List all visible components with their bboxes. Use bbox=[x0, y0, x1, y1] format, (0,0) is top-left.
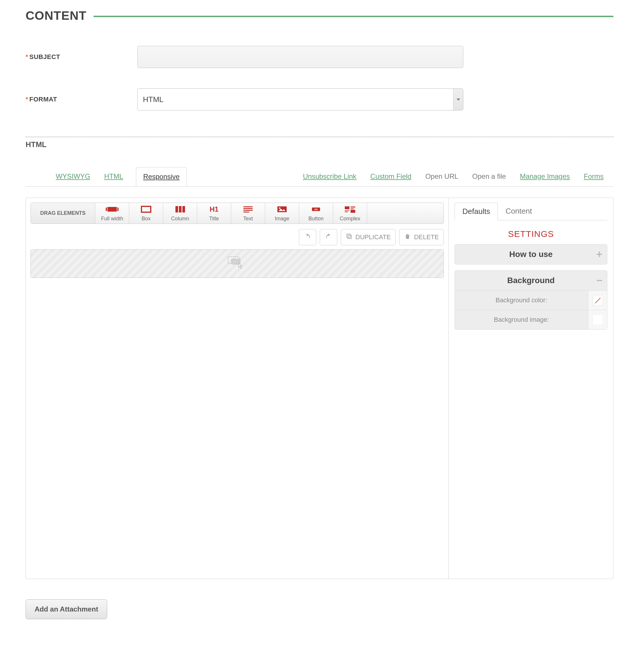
tool-label-text: Box bbox=[141, 216, 151, 222]
redo-button[interactable] bbox=[320, 229, 337, 245]
full-width-icon bbox=[106, 205, 119, 214]
delete-button[interactable]: DELETE bbox=[399, 229, 444, 245]
tab-html[interactable]: HTML bbox=[103, 167, 124, 186]
bg-color-label: Background color: bbox=[455, 291, 588, 310]
svg-text:OK: OK bbox=[314, 208, 318, 211]
complex-icon bbox=[344, 205, 356, 214]
format-label: *FORMAT bbox=[26, 96, 137, 103]
accordion-title: How to use bbox=[509, 250, 552, 259]
plus-icon: + bbox=[596, 252, 603, 257]
svg-rect-9 bbox=[244, 208, 253, 209]
svg-rect-12 bbox=[277, 207, 287, 212]
box-icon bbox=[140, 205, 153, 214]
trash-icon bbox=[404, 233, 411, 242]
svg-rect-11 bbox=[244, 212, 249, 213]
svg-rect-1 bbox=[106, 208, 107, 211]
svg-rect-17 bbox=[345, 207, 349, 209]
svg-rect-21 bbox=[345, 211, 349, 211]
svg-rect-6 bbox=[183, 206, 185, 213]
svg-rect-27 bbox=[232, 259, 240, 264]
side-tab-defaults[interactable]: Defaults bbox=[455, 202, 498, 220]
minus-icon: − bbox=[596, 278, 603, 283]
delete-label: DELETE bbox=[414, 233, 439, 241]
link-custom-field[interactable]: Custom Field bbox=[369, 167, 412, 186]
svg-rect-19 bbox=[350, 208, 355, 208]
svg-rect-4 bbox=[175, 206, 178, 213]
svg-rect-22 bbox=[345, 212, 348, 212]
button-icon: OK bbox=[310, 205, 323, 214]
svg-rect-8 bbox=[244, 207, 253, 207]
tool-button[interactable]: OK Button bbox=[299, 203, 333, 224]
svg-rect-25 bbox=[347, 234, 350, 238]
duplicate-label: DUPLICATE bbox=[356, 233, 391, 241]
settings-title: SETTINGS bbox=[455, 229, 607, 239]
svg-rect-23 bbox=[350, 210, 355, 213]
tool-label-text: Complex bbox=[340, 216, 360, 222]
tab-responsive[interactable]: Responsive bbox=[136, 167, 187, 186]
subject-label: *SUBJECT bbox=[26, 53, 137, 61]
html-subsection-title: HTML bbox=[26, 140, 613, 149]
svg-text:H1: H1 bbox=[210, 205, 219, 213]
svg-rect-24 bbox=[348, 235, 352, 239]
chevron-down-icon bbox=[453, 89, 463, 110]
svg-point-14 bbox=[279, 208, 281, 209]
link-open-file[interactable]: Open a file bbox=[471, 167, 507, 186]
accordion-title: Background bbox=[507, 276, 555, 285]
link-unsubscribe[interactable]: Unsubscribe Link bbox=[302, 167, 358, 186]
required-marker: * bbox=[26, 96, 28, 103]
heading-icon: H1 bbox=[208, 205, 220, 214]
text-icon bbox=[241, 205, 254, 214]
no-color-icon bbox=[593, 295, 603, 305]
tool-image[interactable]: Image bbox=[265, 203, 299, 224]
tool-text[interactable]: Text bbox=[231, 203, 265, 224]
format-select[interactable]: HTML bbox=[137, 88, 463, 110]
tool-label-text: Full width bbox=[101, 216, 123, 222]
tool-column[interactable]: Column bbox=[163, 203, 197, 224]
svg-rect-2 bbox=[118, 208, 119, 211]
dotted-separator bbox=[26, 137, 613, 137]
tool-complex[interactable]: Complex bbox=[333, 203, 367, 224]
undo-button[interactable] bbox=[299, 229, 316, 245]
redo-icon bbox=[325, 233, 332, 242]
required-marker: * bbox=[26, 53, 28, 60]
svg-rect-3 bbox=[141, 207, 151, 212]
subject-input[interactable] bbox=[137, 46, 463, 68]
accordion-background: Background − Background color: Backgroun… bbox=[455, 270, 607, 330]
tool-label-text: Image bbox=[275, 216, 289, 222]
undo-icon bbox=[304, 233, 311, 242]
tool-label-text: Text bbox=[243, 216, 253, 222]
toolbar-label: DRAG ELEMENTS bbox=[31, 203, 95, 224]
format-value: HTML bbox=[143, 95, 163, 104]
accordion-header-background[interactable]: Background − bbox=[455, 271, 607, 290]
tool-label-text: Title bbox=[209, 216, 219, 222]
duplicate-button[interactable]: DUPLICATE bbox=[341, 229, 396, 245]
drop-here-icon bbox=[226, 255, 249, 272]
column-icon bbox=[174, 205, 186, 214]
tool-label-text: Column bbox=[171, 216, 189, 222]
bg-image-swatch[interactable] bbox=[588, 310, 607, 329]
side-tab-content[interactable]: Content bbox=[498, 202, 540, 220]
duplicate-icon bbox=[346, 233, 353, 242]
add-attachment-button[interactable]: Add an Attachment bbox=[26, 599, 107, 619]
bg-image-label: Background image: bbox=[455, 310, 588, 329]
svg-rect-20 bbox=[350, 209, 354, 209]
tool-box[interactable]: Box bbox=[129, 203, 163, 224]
link-open-url[interactable]: Open URL bbox=[424, 167, 459, 186]
tool-title[interactable]: H1 Title bbox=[197, 203, 231, 224]
link-forms[interactable]: Forms bbox=[583, 167, 605, 186]
tool-full-width[interactable]: Full width bbox=[95, 203, 129, 224]
drag-elements-toolbar: DRAG ELEMENTS Full width Box bbox=[31, 202, 444, 224]
empty-image-icon bbox=[593, 315, 603, 325]
tab-wysiwyg[interactable]: WYSIWYG bbox=[54, 167, 92, 186]
bg-color-swatch[interactable] bbox=[588, 291, 607, 310]
image-icon bbox=[276, 205, 289, 214]
svg-rect-5 bbox=[179, 206, 182, 213]
svg-rect-0 bbox=[108, 207, 117, 212]
link-manage-images[interactable]: Manage Images bbox=[519, 167, 571, 186]
accordion-how-to-use: How to use + bbox=[455, 244, 607, 264]
section-rule bbox=[94, 16, 613, 17]
svg-rect-18 bbox=[350, 207, 355, 207]
tool-label-text: Button bbox=[309, 216, 324, 222]
canvas-drop-area[interactable] bbox=[31, 249, 444, 278]
accordion-header-how-to-use[interactable]: How to use + bbox=[455, 244, 607, 264]
